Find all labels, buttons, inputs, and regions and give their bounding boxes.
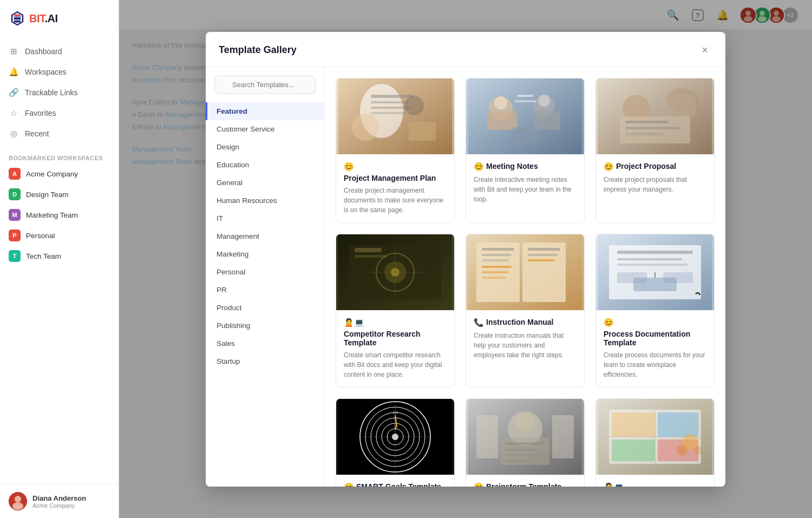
template-desc-pp: Create project proposals that impress yo…: [604, 175, 706, 194]
svg-point-30: [352, 114, 379, 141]
category-management[interactable]: Management: [206, 227, 324, 245]
logo-text: BIT.AI: [29, 12, 58, 25]
favorites-icon: ☆: [9, 108, 18, 118]
close-button[interactable]: ×: [697, 43, 712, 58]
template-info-sw: 🙎💻 SWOT Analysis Template Create smart i…: [596, 475, 714, 487]
bookmark-acme[interactable]: A Acme Company: [0, 163, 119, 184]
pm-image: [336, 78, 454, 154]
template-name-pp: 😊 Project Proposal: [604, 162, 706, 172]
category-marketing[interactable]: Marketing: [206, 245, 324, 263]
sidebar-label-trackable: Trackable Links: [25, 88, 78, 97]
emoji-sg: 😊: [344, 482, 354, 487]
category-design[interactable]: Design: [206, 138, 324, 156]
dashboard-icon: ⊞: [9, 47, 18, 56]
category-general[interactable]: General: [206, 174, 324, 192]
sw-image: [596, 399, 714, 475]
template-card-meeting-notes[interactable]: 😊 Meeting Notes Create interactive meeti…: [466, 78, 585, 223]
category-education[interactable]: Education: [206, 156, 324, 174]
template-card-project-proposal[interactable]: 😊 Project Proposal Create project propos…: [595, 78, 715, 223]
svg-rect-60: [482, 248, 514, 251]
category-product[interactable]: Product: [206, 299, 324, 317]
template-info-sg: 😊 SMART Goals Template Create SMART Goal…: [336, 475, 454, 487]
mn-image: [466, 78, 584, 154]
sidebar: BIT.AI ⊞ Dashboard 🔔 Workspaces 🔗 Tracka…: [0, 0, 119, 518]
emoji-mn: 😊: [474, 162, 484, 172]
search-input[interactable]: [214, 76, 316, 94]
category-it[interactable]: IT: [206, 209, 324, 227]
left-panel: 🔍 Featured Customer Service Design Educa…: [206, 67, 325, 487]
category-personal[interactable]: Personal: [206, 263, 324, 281]
category-sales[interactable]: Sales: [206, 335, 324, 352]
category-startup[interactable]: Startup: [206, 352, 324, 370]
sidebar-item-recent[interactable]: ◎ Recent: [0, 123, 119, 144]
sidebar-label-dashboard: Dashboard: [25, 47, 62, 56]
template-desc-cr: Create smart competitor research with Bi…: [344, 350, 447, 379]
svg-rect-40: [512, 127, 539, 143]
svg-rect-103: [505, 454, 541, 456]
user-name: Diana Anderson: [32, 494, 86, 502]
template-card-swot[interactable]: 🙎💻 SWOT Analysis Template Create smart i…: [595, 398, 715, 487]
template-info-bt: 😊 Brainstorm Template Create brainstorm …: [466, 475, 584, 487]
bookmark-marketing[interactable]: M Marketing Team: [0, 205, 119, 225]
emoji-pp: 😊: [604, 162, 614, 172]
svg-rect-61: [482, 254, 512, 256]
template-name-cr: 🙎💻 Competitor Research Template: [344, 318, 447, 347]
bookmark-tech[interactable]: T Tech Team: [0, 246, 119, 266]
svg-rect-73: [617, 258, 682, 260]
category-publishing[interactable]: Publishing: [206, 317, 324, 335]
template-img-pd: [596, 234, 714, 310]
template-card-project-management[interactable]: 😊 Project Management Plan Create project…: [336, 78, 455, 223]
svg-rect-68: [528, 254, 558, 256]
modal-overlay: Template Gallery × 🔍 Featured Cus: [119, 0, 812, 518]
template-img-pm: [336, 78, 454, 154]
main-content: 🔍 ? 🔔 +1 members of this workspace.: [119, 0, 812, 518]
user-avatar: [9, 492, 27, 510]
sidebar-item-workspaces[interactable]: 🔔 Workspaces: [0, 62, 119, 82]
emoji-cr: 🙎💻: [344, 318, 364, 327]
svg-rect-29: [409, 122, 436, 141]
category-hr[interactable]: Human Resources: [206, 192, 324, 209]
svg-rect-100: [552, 415, 574, 458]
sidebar-item-dashboard[interactable]: ⊞ Dashboard: [0, 41, 119, 62]
template-img-sg: 10 9 8 7: [336, 399, 454, 475]
logo-icon: [9, 10, 26, 27]
sidebar-item-trackable-links[interactable]: 🔗 Trackable Links: [0, 82, 119, 103]
sidebar-item-favorites[interactable]: ☆ Favorites: [0, 103, 119, 123]
svg-point-97: [515, 412, 535, 431]
svg-rect-48: [663, 95, 696, 116]
category-featured[interactable]: Featured: [206, 102, 324, 120]
sidebar-label-workspaces: Workspaces: [25, 68, 67, 76]
template-desc-pd: Create process documents for your team t…: [604, 350, 706, 379]
template-card-instruction-manual[interactable]: 📞 Instruction Manual Create instruction …: [466, 234, 585, 388]
bookmark-label-personal: Personal: [26, 232, 55, 240]
category-customer-service[interactable]: Customer Service: [206, 120, 324, 138]
template-card-process-documentation[interactable]: 😊 Process Documentation Template Create …: [595, 234, 715, 388]
svg-rect-38: [517, 95, 533, 97]
pd-image: [596, 234, 714, 310]
template-img-pp: [596, 78, 714, 154]
svg-rect-99: [476, 415, 498, 458]
svg-rect-66: [522, 242, 566, 302]
svg-point-8: [15, 496, 21, 502]
bookmark-design[interactable]: D Design Team: [0, 184, 119, 205]
template-info-pm: 😊 Project Management Plan Create project…: [336, 154, 454, 222]
template-card-competitor-research[interactable]: 🙎💻 Competitor Research Template Create s…: [336, 234, 455, 388]
bt-image: [466, 399, 584, 475]
template-name-sg: 😊 SMART Goals Template: [344, 482, 447, 487]
svg-rect-64: [482, 271, 509, 273]
template-desc-im: Create instruction manuals that help you…: [474, 331, 577, 360]
template-card-brainstorm[interactable]: 😊 Brainstorm Template Create brainstorm …: [466, 398, 585, 487]
user-company: Acme Company: [32, 502, 86, 509]
template-card-smart-goals[interactable]: 10 9 8 7: [336, 398, 455, 487]
sg-image: 10 9 8 7: [336, 399, 454, 475]
svg-point-33: [494, 96, 507, 109]
workspaces-icon: 🔔: [9, 67, 18, 77]
bookmark-personal[interactable]: P Personal: [0, 225, 119, 246]
svg-point-114: [677, 445, 687, 456]
category-pr[interactable]: PR: [206, 281, 324, 299]
svg-rect-107: [612, 412, 655, 437]
svg-point-28: [404, 96, 424, 115]
svg-rect-78: [663, 272, 693, 283]
bookmarks-section-label: BOOKMARKED WORKSPACES: [0, 148, 119, 163]
emoji-pd: 😊: [604, 318, 614, 327]
